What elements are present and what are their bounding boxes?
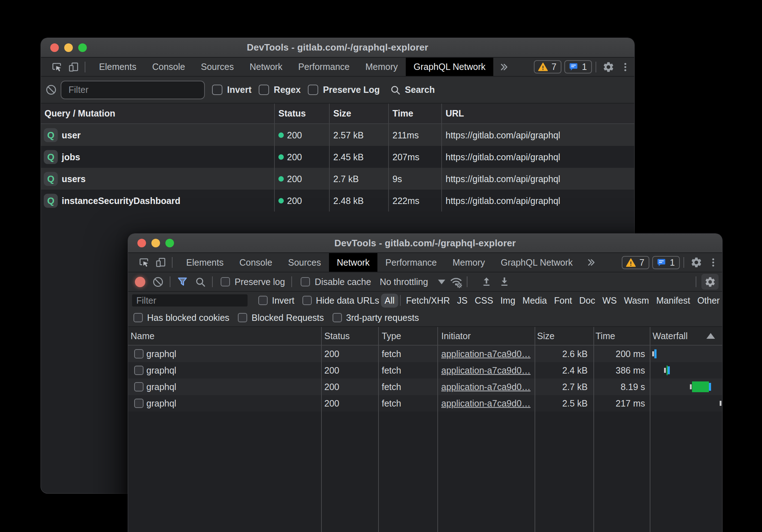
column-separator-line[interactable] [437, 327, 438, 532]
minimize-button[interactable] [151, 239, 160, 247]
tab-elements[interactable]: Elements [91, 58, 144, 76]
more-options-button[interactable] [705, 257, 721, 268]
tab-graphql-network[interactable]: GraphQL Network [406, 58, 494, 76]
resource-chip-manifest[interactable]: Manifest [653, 294, 693, 308]
blocked-requests-checkbox-label[interactable]: Blocked Requests [238, 313, 324, 323]
graphql-request-row[interactable]: Qjobs2002.45 kB207mshttps://gitlab.com/a… [41, 146, 634, 168]
network-request-row[interactable]: graphql200fetchapplication-a7ca9d0…2.6 k… [128, 346, 722, 362]
tab-sources[interactable]: Sources [193, 58, 242, 76]
resource-chip-css[interactable]: CSS [471, 294, 497, 308]
resource-chip-all[interactable]: All [381, 294, 398, 308]
column-separator-line[interactable] [441, 104, 442, 212]
column-separator-line[interactable] [535, 327, 535, 532]
tab-sources[interactable]: Sources [280, 253, 329, 272]
zoom-button[interactable] [78, 43, 87, 52]
hide-data-urls-checkbox[interactable] [302, 296, 312, 305]
graphql-request-row[interactable]: Qusers2002.7 kB9shttps://gitlab.com/api/… [41, 168, 634, 190]
graphql-request-row[interactable]: QinstanceSecurityDashboard2002.48 kB222m… [41, 190, 634, 212]
invert-checkbox-label[interactable]: Invert [258, 295, 295, 306]
warnings-badge[interactable]: 7 [534, 60, 561, 73]
column-header-size[interactable]: Size [537, 331, 555, 341]
network-request-row[interactable]: graphql200fetchapplication-a7ca9d0…2.4 k… [128, 362, 722, 379]
settings-button[interactable] [688, 256, 705, 269]
disable-cache-checkbox[interactable] [301, 277, 310, 286]
record-network-log-button[interactable] [131, 272, 149, 291]
messages-badge[interactable]: 1 [564, 60, 592, 73]
column-header-time[interactable]: Time [596, 331, 615, 341]
clear-button[interactable] [42, 84, 60, 95]
zoom-button[interactable] [165, 239, 174, 247]
disable-cache-checkbox-label[interactable]: Disable cache [301, 277, 371, 287]
preserve-log-checkbox[interactable] [308, 85, 318, 95]
column-header-status[interactable]: Status [324, 331, 350, 341]
column-separator-line[interactable] [378, 327, 379, 532]
invert-checkbox[interactable] [258, 296, 268, 305]
column-separator-line[interactable] [650, 327, 650, 532]
initiator-link[interactable]: application-a7ca9d0… [441, 398, 531, 409]
more-tabs-button[interactable] [498, 58, 509, 76]
blocked-requests-checkbox[interactable] [238, 313, 247, 322]
network-request-row[interactable]: graphql200fetchapplication-a7ca9d0…2.7 k… [128, 379, 722, 395]
filter-toggle-button[interactable] [173, 272, 191, 291]
tab-console[interactable]: Console [231, 253, 280, 272]
throttling-dropdown[interactable]: No throttling [380, 277, 445, 287]
invert-checkbox-label[interactable]: Invert [212, 85, 251, 95]
tab-memory[interactable]: Memory [357, 58, 405, 76]
warnings-badge[interactable]: 7 [622, 256, 649, 269]
row-checkbox[interactable] [134, 382, 144, 391]
more-tabs-button[interactable] [585, 253, 596, 272]
column-separator-line[interactable] [321, 327, 322, 532]
preserve-log-checkbox-label[interactable]: Preserve log [221, 277, 285, 287]
resource-chip-img[interactable]: Img [497, 294, 519, 308]
column-separator-line[interactable] [593, 327, 594, 532]
column-header-time[interactable]: Time [392, 108, 413, 119]
resource-chip-doc[interactable]: Doc [575, 294, 598, 308]
column-header-status[interactable]: Status [278, 108, 306, 119]
filter-input[interactable] [61, 81, 205, 99]
tab-graphql-network[interactable]: GraphQL Network [493, 253, 581, 272]
network-request-row[interactable]: graphql200fetchapplication-a7ca9d0…2.5 k… [128, 395, 722, 412]
network-settings-button[interactable] [701, 274, 719, 290]
window1-titlebar[interactable]: DevTools - gitlab.com/-/graphql-explorer [41, 38, 634, 58]
resource-chip-other[interactable]: Other [694, 294, 723, 308]
has-blocked-cookies-checkbox-label[interactable]: Has blocked cookies [133, 313, 229, 323]
preserve-log-checkbox-label[interactable]: Preserve Log [308, 85, 380, 95]
device-toolbar-button[interactable] [65, 58, 82, 76]
column-separator-line[interactable] [274, 104, 275, 212]
network-filter-input[interactable] [132, 294, 248, 307]
resource-chip-ws[interactable]: WS [599, 294, 620, 308]
3rd-party-requests-checkbox[interactable] [333, 313, 342, 322]
export-har-button[interactable] [495, 272, 513, 291]
minimize-button[interactable] [64, 43, 73, 52]
device-toolbar-button[interactable] [152, 253, 169, 272]
column-header-waterfall[interactable]: Waterfall [653, 331, 688, 341]
close-button[interactable] [50, 43, 59, 52]
import-har-button[interactable] [478, 272, 495, 291]
column-header-size[interactable]: Size [333, 108, 351, 119]
search-button[interactable]: Search [390, 85, 435, 95]
close-button[interactable] [137, 239, 146, 247]
row-checkbox[interactable] [134, 366, 144, 375]
network-conditions-button[interactable] [447, 272, 465, 291]
resource-chip-font[interactable]: Font [550, 294, 575, 308]
settings-button[interactable] [600, 61, 617, 73]
preserve-log-checkbox[interactable] [221, 277, 230, 286]
resource-chip-media[interactable]: Media [519, 294, 550, 308]
row-checkbox[interactable] [134, 349, 144, 358]
column-header-query[interactable]: Query / Mutation [44, 108, 115, 119]
tab-memory[interactable]: Memory [445, 253, 493, 272]
3rd-party-requests-checkbox-label[interactable]: 3rd-party requests [333, 313, 419, 323]
invert-checkbox[interactable] [212, 85, 222, 95]
resource-chip-js[interactable]: JS [453, 294, 471, 308]
regex-checkbox[interactable] [259, 85, 269, 95]
column-header-url[interactable]: URL [446, 108, 464, 119]
regex-checkbox-label[interactable]: Regex [259, 85, 301, 95]
column-separator-line[interactable] [388, 104, 389, 212]
tab-performance[interactable]: Performance [290, 58, 357, 76]
inspect-element-button[interactable] [135, 253, 152, 272]
tab-elements[interactable]: Elements [178, 253, 231, 272]
tab-network[interactable]: Network [242, 58, 291, 76]
clear-network-log-button[interactable] [149, 272, 167, 291]
graphql-request-row[interactable]: Quser2002.57 kB211mshttps://gitlab.com/a… [41, 124, 634, 146]
tab-network[interactable]: Network [329, 253, 378, 272]
